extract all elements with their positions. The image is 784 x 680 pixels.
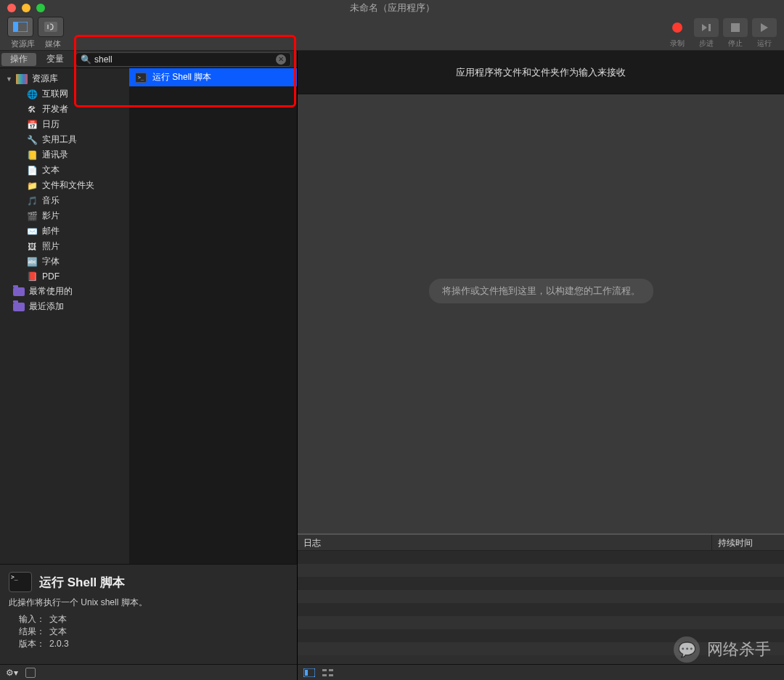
step-button[interactable]	[694, 18, 719, 37]
category-label: 影片	[42, 210, 60, 222]
results-list[interactable]: >_运行 Shell 脚本	[129, 68, 297, 564]
library-root[interactable]: ▼ 资源库	[0, 71, 129, 86]
disclosure-icon[interactable]: ▼	[6, 75, 12, 83]
record-button[interactable]	[665, 18, 690, 37]
category-label: 照片	[42, 240, 60, 253]
category-item[interactable]: 📅日历	[0, 117, 129, 132]
library-label: 资源库	[11, 38, 35, 49]
category-item[interactable]: 🎵音乐	[0, 193, 129, 208]
category-label: 通讯录	[42, 149, 68, 161]
hammer-icon: 🛠	[26, 104, 38, 115]
search-box[interactable]: 🔍 ✕	[75, 52, 291, 67]
category-item[interactable]: 📕PDF	[0, 269, 129, 284]
folder-icon	[13, 303, 25, 311]
run-label: 运行	[757, 38, 772, 49]
tab-actions[interactable]: 操作	[1, 53, 36, 66]
list-view-icon[interactable]	[322, 668, 334, 677]
drop-hint: 将操作或文件拖到这里，以构建您的工作流程。	[429, 279, 653, 303]
category-item[interactable]: 🌐互联网	[0, 86, 129, 102]
toggle-detail-icon[interactable]	[25, 668, 36, 678]
svg-rect-3	[731, 23, 740, 32]
svg-rect-9	[329, 674, 333, 676]
detail-input: 输入：文本	[9, 613, 288, 626]
result-item[interactable]: >_运行 Shell 脚本	[129, 68, 297, 86]
log-column-duration[interactable]: 持续时间	[711, 535, 784, 550]
record-icon	[672, 22, 682, 33]
step-icon	[701, 23, 711, 32]
library-root-label: 资源库	[32, 73, 58, 85]
svg-rect-6	[322, 669, 327, 671]
svg-rect-8	[329, 669, 333, 671]
contacts-icon: 📒	[26, 149, 38, 161]
detail-description: 此操作将执行一个 Unix shell 脚本。	[9, 597, 288, 609]
svg-rect-2	[44, 22, 57, 32]
terminal-icon: >_	[9, 572, 32, 592]
category-item[interactable]: 🎬影片	[0, 208, 129, 224]
photos-icon: 🖼	[26, 241, 38, 253]
tab-variables[interactable]: 变量	[38, 51, 73, 67]
category-label: 文件和文件夹	[42, 179, 94, 192]
library-icon	[16, 74, 28, 84]
pdf-icon: 📕	[26, 271, 38, 282]
action-detail: >_ 运行 Shell 脚本 此操作将执行一个 Unix shell 脚本。 输…	[0, 564, 297, 664]
record-label: 录制	[670, 38, 685, 49]
text-icon: 📄	[26, 165, 38, 176]
stop-label: 停止	[728, 38, 743, 49]
search-icon: 🔍	[81, 54, 91, 65]
stop-button[interactable]	[723, 18, 748, 37]
category-item[interactable]: 📄文本	[0, 163, 129, 178]
category-label: 文本	[42, 164, 60, 176]
stop-icon	[731, 23, 740, 32]
category-label: 互联网	[42, 88, 68, 100]
workflow-input-header: 应用程序将文件和文件夹作为输入来接收	[298, 51, 784, 94]
category-label: PDF	[42, 271, 60, 282]
window-title: 未命名（应用程序）	[0, 1, 784, 15]
titlebar: 未命名（应用程序）	[0, 0, 784, 16]
category-label: 实用工具	[42, 134, 77, 146]
terminal-icon: >_	[135, 73, 147, 83]
category-item[interactable]: 📁文件和文件夹	[0, 178, 129, 193]
play-icon	[760, 23, 769, 32]
search-input[interactable]	[94, 54, 276, 65]
log-column-log[interactable]: 日志	[298, 535, 711, 550]
category-label: 音乐	[42, 194, 60, 207]
category-item[interactable]: 🖼照片	[0, 239, 129, 254]
section-label: 最近添加	[29, 300, 64, 313]
font-icon: 🔤	[26, 256, 38, 268]
library-toggle[interactable]	[7, 17, 33, 37]
tools-icon: 🔧	[26, 134, 38, 146]
library-tree[interactable]: ▼ 资源库 🌐互联网🛠开发者📅日历🔧实用工具📒通讯录📄文本📁文件和文件夹🎵音乐🎬…	[0, 68, 129, 564]
globe-icon: 🌐	[26, 89, 38, 100]
media-label: 媒体	[45, 38, 61, 49]
run-button[interactable]	[752, 18, 777, 37]
svg-rect-5	[305, 670, 308, 676]
category-item[interactable]: ✉️邮件	[0, 224, 129, 239]
step-label: 步进	[699, 38, 714, 49]
category-label: 邮件	[42, 225, 60, 237]
sidebar-icon	[13, 22, 28, 32]
category-label: 开发者	[42, 103, 68, 115]
section-item[interactable]: 最常使用的	[0, 284, 129, 299]
mail-icon: ✉️	[26, 226, 38, 237]
category-label: 字体	[42, 255, 60, 268]
section-item[interactable]: 最近添加	[0, 299, 129, 314]
detail-result: 结果：文本	[9, 626, 288, 638]
clear-search-icon[interactable]: ✕	[276, 54, 286, 65]
category-item[interactable]: 🔧实用工具	[0, 132, 129, 147]
category-item[interactable]: 📒通讯录	[0, 147, 129, 163]
folder-icon	[13, 287, 25, 296]
flow-view-icon[interactable]	[303, 668, 315, 677]
category-item[interactable]: 🔤字体	[0, 254, 129, 269]
workflow-canvas[interactable]: 将操作或文件拖到这里，以构建您的工作流程。	[298, 94, 784, 533]
media-toggle[interactable]	[38, 17, 64, 37]
files-icon: 📁	[26, 180, 38, 192]
svg-rect-7	[322, 674, 327, 676]
library-tabs: 操作 变量 🔍 ✕	[0, 51, 297, 68]
result-label: 运行 Shell 脚本	[152, 71, 211, 83]
music-icon: 🎵	[26, 195, 38, 207]
media-icon	[44, 22, 57, 32]
gear-icon[interactable]: ⚙︎▾	[6, 668, 18, 678]
section-label: 最常使用的	[29, 285, 73, 298]
wechat-icon: 💬	[674, 636, 700, 663]
category-item[interactable]: 🛠开发者	[0, 102, 129, 117]
